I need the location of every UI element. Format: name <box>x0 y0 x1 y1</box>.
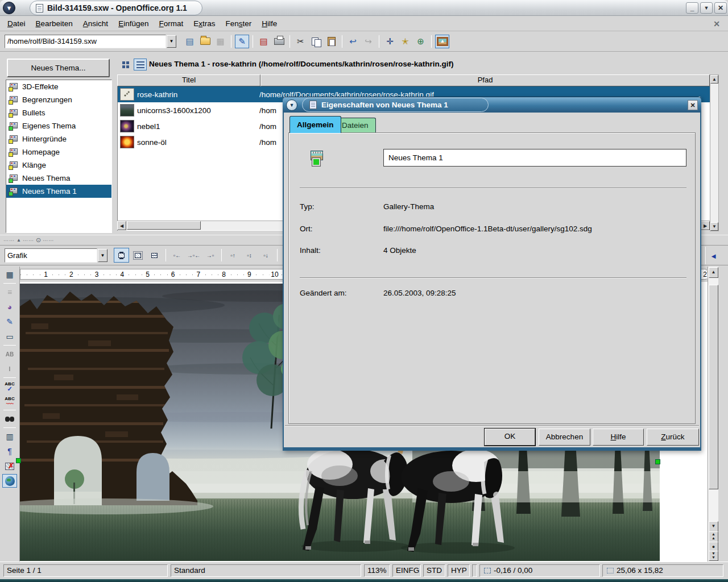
theme-item-bullets[interactable]: Bullets <box>6 106 111 119</box>
menu-hilfe[interactable]: Hilfe <box>257 18 282 30</box>
autotext-icon[interactable]: AB <box>2 347 17 361</box>
close-button[interactable]: ✕ <box>714 2 727 14</box>
undo-icon[interactable]: ↩ <box>346 35 360 48</box>
theme-item-3d-effekte[interactable]: 3D-Effekte <box>6 80 111 93</box>
menu-einfügen[interactable]: Einfügen <box>113 18 154 30</box>
toolbar-more-icon[interactable]: ◀ <box>709 248 718 263</box>
theme-item-hintergründe[interactable]: Hintergründe <box>6 132 111 146</box>
menu-bearbeiten[interactable]: Bearbeiten <box>31 18 78 30</box>
copy-icon[interactable] <box>309 35 323 48</box>
insert-table-icon[interactable]: ▦ <box>2 268 17 281</box>
zuruck-button[interactable]: Zurück <box>647 429 699 446</box>
hyperlink-icon[interactable]: ⊕ <box>413 35 428 48</box>
align-right-icon[interactable]: →▫ <box>202 248 218 263</box>
scroll-right-icon[interactable]: ▶ <box>701 221 710 230</box>
theme-item-neues-thema-1[interactable]: Neues Thema 1 <box>6 185 111 198</box>
gallery-vscrollbar[interactable]: ▲ ▼ <box>710 74 719 231</box>
print-icon[interactable] <box>272 35 286 48</box>
wrap-page-icon[interactable] <box>130 248 146 263</box>
auto-spellcheck-icon[interactable]: ABC~~~ <box>2 394 17 408</box>
save-icon[interactable]: ▦ <box>213 35 228 48</box>
vertical-scrollbar[interactable]: ▲ ▼ ▲▲ ● ▼▼ <box>708 267 718 562</box>
style-input[interactable] <box>5 248 97 263</box>
theme-item-klänge[interactable]: Klänge <box>6 159 111 172</box>
theme-name-input[interactable] <box>383 149 686 167</box>
tab-allgemein[interactable]: Allgemein <box>289 116 341 133</box>
align-left-icon[interactable]: ▫← <box>169 248 185 263</box>
status-hyperlink-mode[interactable]: HYP <box>448 564 470 577</box>
new-document-icon[interactable]: ▤ <box>183 35 197 48</box>
data-sources-icon[interactable]: ▥ <box>2 430 17 443</box>
new-theme-button[interactable]: Neues Thema... <box>7 59 110 77</box>
gallery-hscrollbar-thumb[interactable] <box>127 221 201 230</box>
align-bottom-icon[interactable]: ▫↓ <box>258 248 274 263</box>
scroll-left-icon[interactable]: ◀ <box>117 221 126 230</box>
splitter-collapse-icon[interactable]: ▲ <box>16 238 21 243</box>
align-top-icon[interactable]: ▫↑ <box>225 248 241 263</box>
scroll-up-icon[interactable]: ▲ <box>710 75 718 84</box>
document-close-icon[interactable]: ✕ <box>711 18 722 30</box>
url-dropdown-icon[interactable]: ▼ <box>167 35 176 48</box>
insert-fields-icon[interactable]: ≡ <box>2 285 17 299</box>
status-selection-mode[interactable]: STD <box>423 564 445 577</box>
next-page-icon[interactable]: ▼▼ <box>709 551 718 561</box>
column-header-pfad[interactable]: Pfad <box>260 74 710 86</box>
form-functions-icon[interactable]: ▭ <box>2 330 17 343</box>
selection-handle-right[interactable] <box>655 459 660 464</box>
icon-view-button[interactable] <box>119 59 132 70</box>
scroll-up-icon[interactable]: ▲ <box>709 267 718 278</box>
menu-extras[interactable]: Extras <box>188 18 220 30</box>
theme-item-homepage[interactable]: Homepage <box>6 146 111 159</box>
menu-fenster[interactable]: Fenster <box>221 18 257 30</box>
hilfe-button[interactable]: Hilfe <box>593 429 644 446</box>
online-layout-icon[interactable] <box>2 474 17 488</box>
edit-file-icon[interactable]: ✎ <box>235 35 249 48</box>
gallery-icon[interactable] <box>435 35 449 48</box>
splitter-zoom-icon[interactable]: ⊙ <box>36 236 41 244</box>
scroll-down-icon[interactable]: ▼ <box>709 521 718 532</box>
graphics-onoff-icon[interactable] <box>2 459 17 473</box>
menu-ansicht[interactable]: Ansicht <box>78 18 113 30</box>
column-header-titel[interactable]: Titel <box>117 74 260 86</box>
url-input[interactable] <box>5 35 166 48</box>
menu-datei[interactable]: Datei <box>2 18 31 30</box>
wrap-through-icon[interactable] <box>147 248 162 263</box>
wrap-off-icon[interactable] <box>114 248 129 263</box>
dialog-menu-icon[interactable]: ▼ <box>286 99 297 111</box>
abbrechen-button[interactable]: Abbrechen <box>539 429 590 446</box>
status-page-style[interactable]: Standard <box>171 564 361 577</box>
selection-handle-left[interactable] <box>16 458 21 463</box>
open-icon[interactable] <box>198 35 212 48</box>
detail-view-button[interactable] <box>134 59 147 70</box>
theme-item-eigenes-thema[interactable]: Eigenes Thema <box>6 119 111 132</box>
nonprinting-chars-icon[interactable]: ¶ <box>2 444 17 458</box>
theme-item-neues-thema[interactable]: Neues Thema <box>6 172 111 185</box>
spellcheck-icon[interactable]: ABC✓ <box>2 380 17 393</box>
insert-objects-icon[interactable]: ◕ <box>2 300 17 314</box>
cut-icon[interactable]: ✂ <box>293 35 308 48</box>
menu-format[interactable]: Format <box>154 18 188 30</box>
navigator-icon[interactable]: ✛ <box>383 35 397 48</box>
status-zoom[interactable]: 113% <box>364 564 390 577</box>
find-replace-icon[interactable] <box>2 412 17 426</box>
window-menu-icon[interactable]: ▼ <box>3 2 15 14</box>
paste-icon[interactable] <box>324 35 338 48</box>
scroll-down-icon[interactable]: ▼ <box>710 222 718 231</box>
dialog-titlebar[interactable]: ▼ Eigenschaften von Neues Thema 1 ✕ <box>283 97 701 113</box>
direct-cursor-icon[interactable]: I <box>2 362 17 376</box>
align-middle-icon[interactable]: ▫↕ <box>242 248 257 263</box>
draw-functions-icon[interactable]: ✎ <box>2 315 17 329</box>
ok-button[interactable]: OK <box>485 429 535 446</box>
export-pdf-icon[interactable]: ▤ <box>257 35 271 48</box>
minimize-button[interactable]: _ <box>686 2 698 14</box>
shade-button[interactable]: ▼ <box>700 2 713 14</box>
align-center-h-icon[interactable]: →▫← <box>186 248 201 263</box>
autopilot-icon[interactable]: ✭ <box>398 35 412 48</box>
style-dropdown-icon[interactable]: ▼ <box>98 249 107 262</box>
theme-item-begrenzungen[interactable]: Begrenzungen <box>6 93 111 106</box>
previous-page-icon[interactable]: ▲▲ <box>709 531 718 542</box>
status-insert-mode[interactable]: EINFG <box>392 564 421 577</box>
dialog-close-icon[interactable]: ✕ <box>688 100 698 110</box>
redo-icon[interactable]: ↪ <box>361 35 375 48</box>
vscrollbar-thumb[interactable] <box>709 285 718 489</box>
